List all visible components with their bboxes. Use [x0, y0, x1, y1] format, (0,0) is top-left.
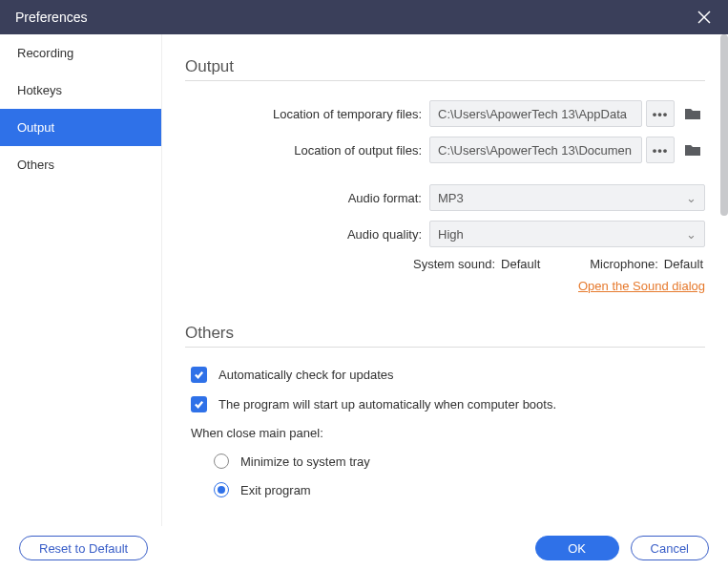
close-panel-label: When close main panel: — [185, 426, 705, 440]
cancel-button[interactable]: Cancel — [631, 536, 709, 560]
sidebar-item-recording[interactable]: Recording — [0, 34, 161, 72]
temp-files-label: Location of temporary files: — [185, 107, 429, 121]
startup-checkbox[interactable] — [191, 396, 207, 412]
sidebar-item-output[interactable]: Output — [0, 109, 161, 146]
startup-label: The program will start up automatically … — [218, 397, 556, 412]
exit-radio-label: Exit program — [240, 483, 311, 497]
content-pane: Output Location of temporary files: C:\U… — [162, 34, 728, 535]
audio-quality-label: Audio quality: — [185, 227, 429, 242]
chevron-down-icon: ⌄ — [686, 191, 697, 205]
output-files-label: Location of output files: — [185, 143, 429, 158]
open-sound-dialog-link[interactable]: Open the Sound dialog — [578, 279, 705, 293]
output-open-folder-icon[interactable] — [680, 137, 705, 163]
sidebar: Recording Hotkeys Output Others — [0, 34, 162, 535]
minimize-radio-label: Minimize to system tray — [240, 454, 370, 469]
auto-update-checkbox[interactable] — [191, 367, 207, 383]
system-sound-label: System sound: — [413, 257, 495, 271]
reset-button[interactable]: Reset to Default — [19, 536, 148, 560]
temp-files-path[interactable]: C:\Users\ApowerTech 13\AppData — [429, 100, 642, 127]
sidebar-item-hotkeys[interactable]: Hotkeys — [0, 72, 161, 109]
system-sound-value: Default — [501, 257, 540, 271]
audio-quality-select[interactable]: High ⌄ — [429, 221, 705, 247]
audio-format-label: Audio format: — [185, 191, 429, 205]
titlebar: Preferences — [0, 0, 728, 34]
audio-quality-value: High — [438, 227, 464, 242]
ok-button[interactable]: OK — [535, 536, 619, 560]
audio-format-select[interactable]: MP3 ⌄ — [429, 184, 705, 211]
sound-status-row: System sound: Default Microphone: Defaul… — [185, 257, 705, 271]
output-browse-button[interactable]: ••• — [646, 137, 675, 163]
window-title: Preferences — [15, 10, 87, 25]
audio-format-value: MP3 — [438, 191, 464, 205]
section-title-others: Others — [185, 324, 705, 348]
exit-radio[interactable] — [214, 482, 229, 497]
output-files-path[interactable]: C:\Users\ApowerTech 13\Documen — [429, 137, 642, 163]
microphone-value: Default — [664, 257, 703, 271]
scrollbar-thumb[interactable] — [720, 34, 728, 216]
scrollbar[interactable] — [720, 34, 728, 445]
sidebar-item-others[interactable]: Others — [0, 146, 161, 183]
temp-open-folder-icon[interactable] — [680, 100, 705, 127]
microphone-label: Microphone: — [590, 257, 658, 271]
chevron-down-icon: ⌄ — [686, 227, 697, 242]
minimize-radio[interactable] — [214, 454, 229, 469]
section-title-output: Output — [185, 57, 705, 81]
auto-update-label: Automatically check for updates — [218, 368, 394, 382]
close-icon[interactable] — [696, 9, 713, 26]
footer: Reset to Default OK Cancel — [0, 526, 728, 570]
temp-browse-button[interactable]: ••• — [646, 100, 675, 127]
